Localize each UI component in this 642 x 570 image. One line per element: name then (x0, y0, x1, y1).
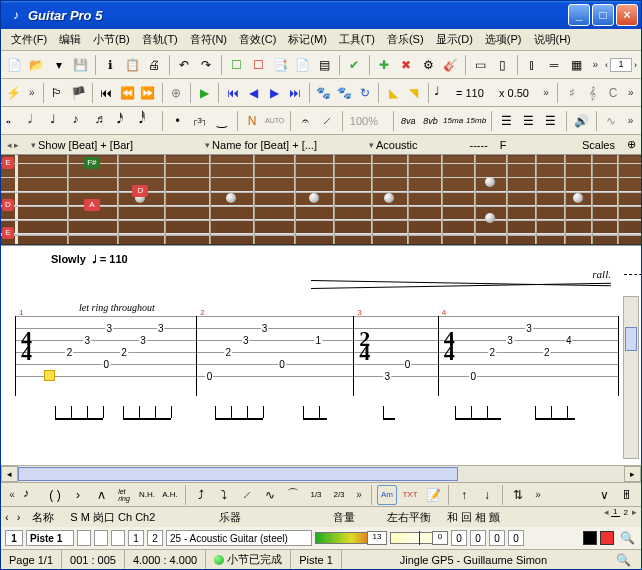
fx-23-button[interactable]: 2/3 (329, 485, 349, 505)
key-flat-button[interactable]: 𝄞 (584, 83, 602, 103)
track-mute[interactable] (94, 530, 108, 546)
undo-button[interactable]: ↶ (175, 55, 194, 75)
tab-note[interactable]: 0 (404, 359, 412, 370)
track-prev-button[interactable]: ‹ (5, 511, 9, 523)
fx-hammer-button[interactable]: ⌒ (283, 485, 303, 505)
thirtysecond-note-button[interactable]: 𝅘𝅥𝅰 (116, 111, 135, 131)
tab-staff[interactable]: 14402330233202330132430444023324 (15, 316, 619, 396)
filter-key[interactable]: F (500, 139, 507, 151)
browse-button[interactable]: ▾ (49, 55, 68, 75)
tab-note[interactable]: 3 (105, 323, 113, 334)
tab-note[interactable]: 2 (120, 347, 128, 358)
track-zoom-button[interactable]: 🔍 (617, 528, 637, 548)
view-single-button[interactable]: ▭ (471, 55, 490, 75)
track-name[interactable]: Piste 1 (26, 530, 74, 546)
menu-marker[interactable]: 标记(M) (282, 29, 333, 50)
fx-slide-button[interactable]: ⟋ (237, 485, 257, 505)
track-ch2[interactable]: 2 (147, 530, 163, 546)
fx-swap-button[interactable]: ⇅ (508, 485, 528, 505)
fx-down-button[interactable]: ↓ (477, 485, 497, 505)
check-button[interactable]: ✔ (345, 55, 364, 75)
guitar-button[interactable]: 🎸 (441, 55, 460, 75)
trackmini-1[interactable]: 1 (611, 507, 619, 517)
step2-button[interactable]: 🐾 (335, 83, 353, 103)
bars-button[interactable]: ▤ (315, 55, 334, 75)
tab-note[interactable]: 3 (525, 323, 533, 334)
quind-button[interactable]: 15ma (443, 111, 463, 131)
view-page-button[interactable]: ▯ (493, 55, 512, 75)
hscroll-thumb[interactable] (18, 467, 458, 481)
spacing2-button[interactable]: ☰ (519, 111, 538, 131)
tab-note[interactable]: 0 (469, 371, 477, 382)
fx-chord-button[interactable]: Am (377, 485, 397, 505)
track-phaser[interactable]: 0 (489, 530, 505, 546)
fretboard[interactable]: EDEF#DA (1, 155, 641, 245)
zoom-display[interactable]: 100% (348, 115, 388, 127)
voice-dropdown[interactable]: ∨ (594, 485, 614, 505)
minimize-button[interactable]: _ (568, 4, 590, 26)
view-horizontal-button[interactable]: ═ (545, 55, 564, 75)
filter-left-next[interactable]: ▸ (14, 140, 19, 150)
fx-bend-button[interactable]: ⤴ (191, 485, 211, 505)
menu-music[interactable]: 音乐(S) (381, 29, 430, 50)
key-sharp-button[interactable]: ♯ (563, 83, 581, 103)
score-info-button[interactable]: 📋 (123, 55, 142, 75)
fx-up-button[interactable]: ↑ (454, 485, 474, 505)
menu-effect[interactable]: 音效(C) (233, 29, 282, 50)
filter-namefor[interactable]: Name for [Beat] + [...] (212, 139, 317, 151)
wave-button[interactable]: ∿ (602, 111, 621, 131)
tab-note[interactable]: 3 (139, 335, 147, 346)
tab-note[interactable]: 2 (225, 347, 233, 358)
menu-file[interactable]: 文件(F) (5, 29, 53, 50)
play-button[interactable]: ▶ (196, 83, 214, 103)
marker-add-button[interactable]: 🏳 (49, 83, 67, 103)
tab-note[interactable]: 3 (506, 335, 514, 346)
tab-note[interactable]: 2 (489, 347, 497, 358)
page-next-button[interactable]: › (634, 60, 637, 70)
cresc-button[interactable]: ⟋ (318, 111, 337, 131)
marker-prev-button[interactable]: ⏪ (118, 83, 136, 103)
ottava-button[interactable]: 8va (399, 111, 418, 131)
loop-button[interactable]: ↻ (356, 83, 374, 103)
delete-bar-button[interactable]: ☐ (249, 55, 268, 75)
tab-note[interactable]: 3 (261, 323, 269, 334)
fx-overflow1[interactable]: » (352, 485, 366, 505)
speaker-button[interactable]: 🔊 (571, 111, 590, 131)
filter-show[interactable]: Show [Beat] + [Bar] (38, 139, 133, 151)
page-number[interactable]: 1 (610, 58, 632, 72)
open-file-button[interactable]: 📂 (27, 55, 46, 75)
tab-note[interactable]: 0 (206, 371, 214, 382)
filter-scales[interactable]: Scales (582, 139, 615, 151)
remove-track-button[interactable]: ✖ (397, 55, 416, 75)
time-sig-button[interactable]: C (604, 83, 622, 103)
hscroll-right[interactable]: ▸ (624, 466, 641, 482)
step-button[interactable]: 🐾 (315, 83, 333, 103)
spacing3-button[interactable]: ☰ (541, 111, 560, 131)
fermata-button[interactable]: 𝄐 (296, 111, 315, 131)
vertical-scrollbar[interactable] (623, 296, 639, 459)
sixtyfourth-note-button[interactable]: 𝅘𝅥𝅱 (138, 111, 157, 131)
fx-nh-button[interactable]: N.H. (137, 485, 157, 505)
view-vertical-button[interactable]: ⫿ (523, 55, 542, 75)
track-chorus[interactable]: 0 (451, 530, 467, 546)
fx-accent-button[interactable]: › (68, 485, 88, 505)
spacing1-button[interactable]: ☰ (497, 111, 516, 131)
tab-note[interactable]: 0 (103, 359, 111, 370)
tuplet-button[interactable]: ┌3┐ (190, 111, 209, 131)
first-button[interactable]: ⏮ (224, 83, 242, 103)
last-button[interactable]: ⏭ (286, 83, 304, 103)
close-button[interactable]: × (616, 4, 638, 26)
quarter-note-button[interactable]: ♩ (49, 111, 68, 131)
status-zoom-button[interactable]: 🔍 (613, 550, 633, 570)
tab-note[interactable]: 3 (384, 371, 392, 382)
fx-lyric-button[interactable]: 📝 (423, 485, 443, 505)
fx-left-overflow[interactable]: « (5, 485, 19, 505)
dot-button[interactable]: • (168, 111, 187, 131)
toolbar3-overflow[interactable]: » (624, 111, 637, 131)
tab-note[interactable]: 3 (157, 323, 165, 334)
track-tremolo[interactable]: 0 (508, 530, 524, 546)
trackmini-prev[interactable]: ◂ (604, 507, 609, 517)
menu-tools[interactable]: 工具(T) (333, 29, 381, 50)
filter-acoustic[interactable]: Acoustic (376, 139, 418, 151)
filter-left-prev[interactable]: ◂ (7, 140, 12, 150)
